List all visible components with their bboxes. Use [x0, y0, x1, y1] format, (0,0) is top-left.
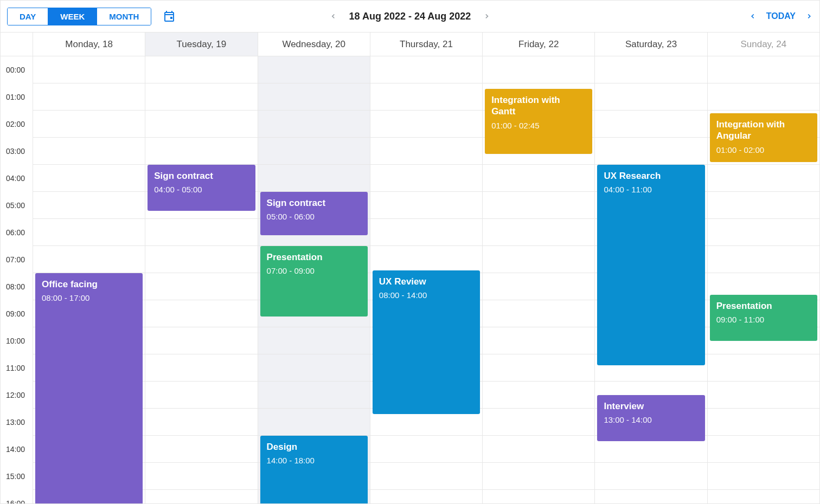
hour-cell[interactable]	[33, 83, 145, 111]
hour-cell[interactable]	[370, 463, 482, 490]
view-day-button[interactable]: DAY	[8, 8, 48, 25]
hour-cell[interactable]	[708, 246, 819, 273]
hour-cell[interactable]	[33, 138, 145, 165]
hour-cell[interactable]	[33, 192, 145, 219]
hour-cell[interactable]	[708, 83, 819, 111]
hour-cell[interactable]	[708, 192, 819, 219]
hour-cell[interactable]	[145, 463, 257, 490]
hour-cell[interactable]	[258, 56, 370, 83]
hour-cell[interactable]	[258, 111, 370, 138]
hour-cell[interactable]	[483, 56, 594, 83]
hour-cell[interactable]	[595, 463, 707, 490]
hour-cell[interactable]	[483, 165, 594, 192]
grid-body[interactable]: 00:0001:0002:0003:0004:0005:0006:0007:00…	[0, 56, 820, 504]
event[interactable]: UX Review08:00 - 14:00	[373, 270, 480, 414]
hour-cell[interactable]	[483, 463, 594, 490]
hour-cell[interactable]	[145, 273, 257, 300]
hour-cell[interactable]	[483, 409, 594, 436]
event[interactable]: Presentation07:00 - 09:00	[260, 246, 368, 316]
day-header[interactable]: Wednesday, 20	[258, 33, 370, 56]
day-column[interactable]: Integration with Angular01:00 - 02:00Pre…	[708, 56, 819, 504]
hour-cell[interactable]	[595, 490, 707, 504]
hour-cell[interactable]	[145, 300, 257, 327]
hour-cell[interactable]	[483, 436, 594, 463]
hour-cell[interactable]	[370, 111, 482, 138]
hour-cell[interactable]	[145, 219, 257, 246]
hour-cell[interactable]	[145, 382, 257, 409]
hour-cell[interactable]	[370, 138, 482, 165]
hour-cell[interactable]	[708, 382, 819, 409]
day-header[interactable]: Tuesday, 19	[145, 33, 258, 56]
event[interactable]: Office facing08:00 - 17:00	[35, 273, 143, 504]
hour-cell[interactable]	[483, 490, 594, 504]
hour-cell[interactable]	[33, 111, 145, 138]
calendar-icon[interactable]	[162, 9, 176, 23]
hour-cell[interactable]	[145, 138, 257, 165]
view-month-button[interactable]: MONTH	[97, 8, 151, 25]
hour-cell[interactable]	[483, 273, 594, 300]
hour-cell[interactable]	[708, 436, 819, 463]
hour-cell[interactable]	[708, 463, 819, 490]
hour-cell[interactable]	[483, 354, 594, 382]
hour-cell[interactable]	[33, 219, 145, 246]
hour-cell[interactable]	[145, 56, 257, 83]
hour-cell[interactable]	[370, 56, 482, 83]
day-column[interactable]: Office facing08:00 - 17:00	[33, 56, 145, 504]
hour-cell[interactable]	[708, 219, 819, 246]
day-column[interactable]: Integration with Gantt01:00 - 02:45	[483, 56, 595, 504]
hour-cell[interactable]	[595, 56, 707, 83]
hour-cell[interactable]	[145, 409, 257, 436]
event[interactable]: Presentation09:00 - 11:00	[710, 295, 817, 341]
hour-cell[interactable]	[258, 382, 370, 409]
hour-cell[interactable]	[145, 354, 257, 382]
hour-cell[interactable]	[370, 490, 482, 504]
hour-cell[interactable]	[708, 354, 819, 382]
hour-cell[interactable]	[370, 436, 482, 463]
prev-range-button[interactable]	[330, 12, 337, 20]
hour-cell[interactable]	[595, 138, 707, 165]
day-header[interactable]: Thursday, 21	[370, 33, 483, 56]
day-column[interactable]: Sign contract04:00 - 05:00	[145, 56, 258, 504]
hour-cell[interactable]	[145, 490, 257, 504]
hour-cell[interactable]	[145, 111, 257, 138]
hour-cell[interactable]	[33, 246, 145, 273]
event[interactable]: UX Research04:00 - 11:00	[597, 165, 704, 365]
day-header[interactable]: Saturday, 23	[595, 33, 707, 56]
hour-cell[interactable]	[708, 409, 819, 436]
hour-cell[interactable]	[370, 165, 482, 192]
hour-cell[interactable]	[370, 83, 482, 111]
hour-cell[interactable]	[258, 354, 370, 382]
day-header[interactable]: Monday, 18	[33, 33, 145, 56]
hour-cell[interactable]	[708, 56, 819, 83]
hour-cell[interactable]	[258, 327, 370, 354]
hour-cell[interactable]	[483, 382, 594, 409]
today-button[interactable]: TODAY	[766, 11, 796, 21]
hour-cell[interactable]	[708, 490, 819, 504]
hour-cell[interactable]	[145, 436, 257, 463]
hour-cell[interactable]	[595, 83, 707, 111]
hour-cell[interactable]	[33, 165, 145, 192]
hour-cell[interactable]	[258, 138, 370, 165]
hour-cell[interactable]	[145, 246, 257, 273]
day-column[interactable]: UX Research04:00 - 11:00Interview13:00 -…	[595, 56, 707, 504]
next-button[interactable]	[805, 12, 813, 20]
hour-cell[interactable]	[483, 300, 594, 327]
hour-cell[interactable]	[483, 219, 594, 246]
event[interactable]: Integration with Gantt01:00 - 02:45	[485, 89, 592, 154]
event[interactable]: Design14:00 - 18:00	[260, 436, 368, 504]
hour-cell[interactable]	[145, 327, 257, 354]
day-column[interactable]: UX Review08:00 - 14:00	[370, 56, 483, 504]
hour-cell[interactable]	[370, 219, 482, 246]
hour-cell[interactable]	[483, 192, 594, 219]
hour-cell[interactable]	[370, 192, 482, 219]
event[interactable]: Sign contract04:00 - 05:00	[148, 165, 255, 211]
hour-cell[interactable]	[258, 83, 370, 111]
hour-cell[interactable]	[708, 165, 819, 192]
hour-cell[interactable]	[370, 246, 482, 273]
hour-cell[interactable]	[483, 246, 594, 273]
hour-cell[interactable]	[258, 409, 370, 436]
event[interactable]: Integration with Angular01:00 - 02:00	[710, 113, 817, 162]
day-header[interactable]: Sunday, 24	[708, 33, 819, 56]
day-header[interactable]: Friday, 22	[483, 33, 595, 56]
prev-button[interactable]	[749, 12, 757, 20]
